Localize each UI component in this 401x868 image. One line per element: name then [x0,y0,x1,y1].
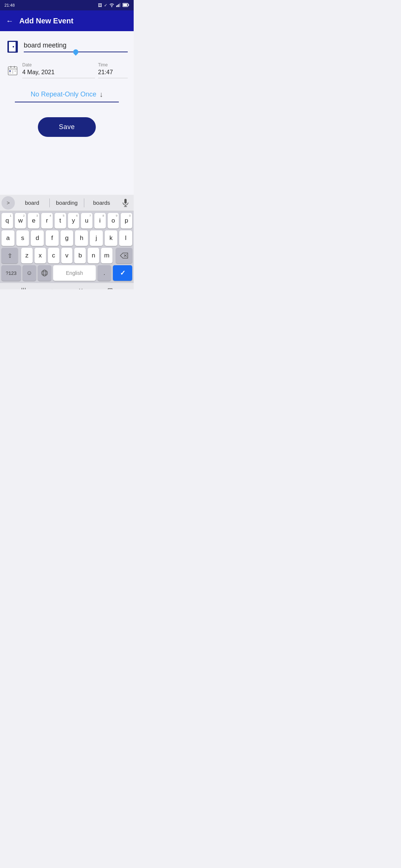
save-btn-wrap: Save [6,117,128,137]
save-button[interactable]: Save [38,117,95,137]
wifi-icon [109,3,114,8]
time-label: Time [98,62,128,68]
key-j[interactable]: j [90,230,103,246]
back-button[interactable]: ← [6,17,13,25]
key-e[interactable]: 3e [28,213,39,228]
key-y[interactable]: 6y [68,213,79,228]
key-f[interactable]: f [46,230,59,246]
time-section[interactable]: Time 21:47 [98,62,128,78]
key-u[interactable]: 7u [81,213,92,228]
event-name-row [6,40,128,53]
keyboard: 1q 2w 3e 4r 5t 6y 7u 8i 9o 0p a s d f g … [0,211,134,283]
key-g[interactable]: g [61,230,74,246]
svg-rect-6 [123,4,127,6]
status-icons: 🖼 ✓ [98,3,129,8]
svg-rect-1 [117,5,118,7]
suggestion-boarding[interactable]: boarding [50,198,84,207]
key-m[interactable]: m [101,248,113,263]
key-b[interactable]: b [74,248,86,263]
svg-rect-14 [9,72,11,73]
key-x[interactable]: x [35,248,46,263]
header: ← Add New Event [0,10,134,31]
globe-key[interactable] [38,265,51,281]
key-d[interactable]: d [31,230,44,246]
key-o[interactable]: 9o [108,213,119,228]
key-r[interactable]: 4r [41,213,53,228]
event-icon [6,40,19,53]
svg-rect-11 [9,70,11,72]
key-q[interactable]: 1q [1,213,13,228]
calendar-icon-wrap [6,64,19,77]
svg-rect-16 [124,199,127,204]
period-key[interactable]: . [98,265,111,281]
date-section[interactable]: Date 4 May, 2021 [22,62,95,78]
suggest-arrow-button[interactable]: > [1,196,15,210]
svg-point-22 [43,270,46,276]
key-i[interactable]: 8i [94,213,106,228]
key-n[interactable]: n [88,248,99,263]
svg-rect-13 [14,70,16,72]
key-h[interactable]: h [75,230,88,246]
time-value: 21:47 [98,69,128,78]
enter-key[interactable]: ✓ [113,265,132,281]
nav-menu[interactable]: ||| [21,287,26,290]
repeat-label: No Repeat-Only Once [30,91,96,98]
image-icon: 🖼 [98,3,102,7]
key-v[interactable]: v [61,248,73,263]
door-icon [7,41,18,53]
suggestion-boards[interactable]: boards [84,198,119,207]
key-w[interactable]: 2w [15,213,26,228]
nav-home[interactable]: ○ [50,287,54,290]
suggestions-list: board boarding boards [15,198,119,207]
symbols-key[interactable]: ?123 [1,265,21,281]
date-time-row: Date 4 May, 2021 Time 21:47 [6,62,128,78]
battery-icon [123,3,129,8]
bottom-nav: ||| ○ ∨ ⊞ [0,283,134,289]
date-label: Date [22,62,95,68]
svg-rect-8 [10,66,12,68]
svg-rect-0 [116,6,117,7]
suggestions-bar: > board boarding boards [0,195,134,211]
check-icon: ✓ [104,3,107,8]
backspace-key[interactable] [116,248,132,263]
page-title: Add New Event [19,17,74,25]
keyboard-row-1: 1q 2w 3e 4r 5t 6y 7u 8i 9o 0p [0,211,134,228]
input-underline [24,52,128,52]
key-t[interactable]: 5t [55,213,66,228]
svg-rect-2 [118,4,119,7]
event-name-wrapper [24,42,128,52]
key-a[interactable]: a [1,230,14,246]
key-l[interactable]: l [119,230,132,246]
suggestion-board[interactable]: board [15,198,49,207]
svg-rect-9 [14,66,15,68]
keyboard-row-2: a s d f g h j k l [0,228,134,246]
form-area: Date 4 May, 2021 Time 21:47 No Repeat-On… [0,31,134,143]
key-k[interactable]: k [105,230,118,246]
time-underline [98,78,128,78]
key-c[interactable]: c [48,248,59,263]
calendar-icon [8,66,17,75]
content-area [0,143,134,195]
svg-rect-5 [128,4,129,6]
date-value: 4 May, 2021 [22,69,95,78]
repeat-row[interactable]: No Repeat-Only Once ↓ [15,90,119,102]
space-key[interactable]: English [53,265,96,281]
emoji-key[interactable]: ☺ [23,265,36,281]
key-z[interactable]: z [21,248,33,263]
mic-icon[interactable] [119,196,132,210]
shift-key[interactable]: ⇧ [1,248,18,263]
keyboard-row-4: ?123 ☺ English . ✓ [0,263,134,283]
key-p[interactable]: 0p [121,213,132,228]
status-bar: 21:48 🖼 ✓ [0,0,134,10]
nav-back[interactable]: ∨ [78,286,83,289]
date-underline [22,78,95,78]
svg-point-21 [42,270,48,276]
status-time: 21:48 [4,3,15,7]
svg-rect-12 [12,70,13,72]
key-s[interactable]: s [16,230,29,246]
keyboard-row-3: ⇧ z x c v b n m [0,246,134,263]
signal-icon [116,3,121,8]
svg-rect-15 [12,72,13,73]
svg-rect-3 [120,3,120,7]
nav-grid[interactable]: ⊞ [107,286,113,289]
